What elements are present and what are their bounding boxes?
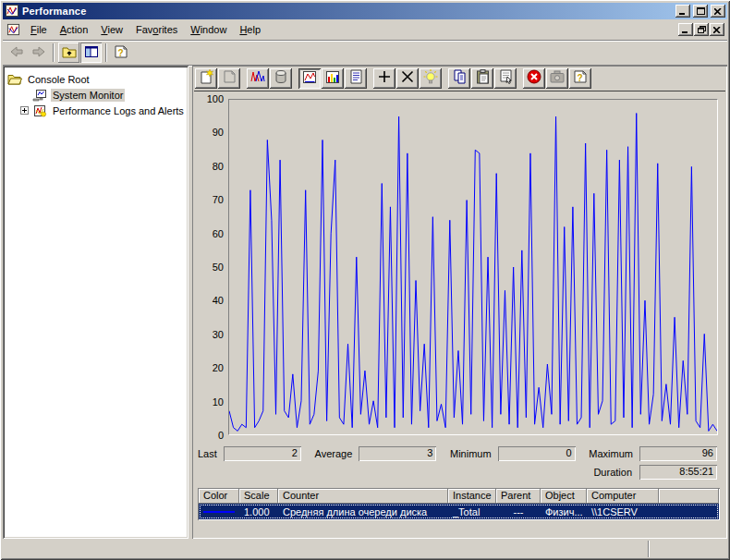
console-tree: Console RootSystem MonitorPerformance Lo… (3, 66, 189, 539)
legend-column-object[interactable]: Object (541, 489, 587, 504)
y-axis-tick: 40 (194, 295, 224, 306)
freeze-display-icon (527, 69, 541, 87)
perfmon-app-icon (5, 4, 19, 19)
tree-item-system-monitor[interactable]: System Monitor (7, 87, 187, 103)
system-monitor-toolbar: ? (194, 67, 725, 91)
menu-favorites[interactable]: Favorites (129, 21, 184, 38)
expand-icon[interactable] (20, 106, 29, 115)
performance-logs-icon (32, 104, 47, 117)
help-icon: ? (115, 44, 128, 62)
legend-column-counter[interactable]: Counter (278, 489, 448, 504)
child-restore-button[interactable] (694, 23, 709, 36)
add-counter-button[interactable] (373, 68, 395, 89)
menu-file[interactable]: File (24, 21, 54, 38)
y-axis-tick: 70 (194, 194, 224, 205)
child-close-button[interactable] (710, 23, 724, 36)
view-report-icon (349, 69, 363, 87)
menu-view[interactable]: View (94, 21, 129, 38)
status-pane-left (3, 541, 648, 557)
up-one-level-icon (62, 45, 77, 61)
minimum-label: Minimum (450, 448, 492, 459)
copy-properties-icon (453, 69, 467, 87)
help-icon: ? (574, 69, 588, 87)
tree-item-console-root[interactable]: Console Root (7, 71, 187, 87)
legend-cell-object: Физич... (541, 506, 587, 517)
legend-row[interactable]: 1.000Средняя длина очереди диска_Total--… (199, 504, 719, 519)
toolbar-separator (105, 43, 107, 62)
delete-counter-button[interactable] (396, 68, 419, 89)
menu-help[interactable]: Help (233, 21, 267, 38)
counter-line (229, 114, 717, 432)
help-button[interactable]: ? (569, 68, 591, 89)
new-counter-set-icon (200, 69, 213, 87)
help-button[interactable]: ? (111, 43, 132, 63)
performance-window: Performance FileActionViewFavoritesWindo… (0, 0, 730, 560)
update-data-icon (550, 70, 565, 86)
y-axis-tick: 20 (194, 362, 224, 373)
window-title: Performance (22, 6, 673, 17)
legend-column-computer[interactable]: Computer (587, 489, 659, 504)
main-area: Console RootSystem MonitorPerformance Lo… (3, 66, 727, 539)
properties-button[interactable] (494, 68, 517, 89)
maximum-value: 96 (639, 446, 717, 461)
minimize-button[interactable] (675, 5, 690, 18)
close-button[interactable] (711, 5, 725, 18)
highlight-icon (423, 69, 438, 87)
view-graph-button[interactable] (298, 68, 321, 89)
up-one-level-button[interactable] (58, 43, 79, 63)
menu-window[interactable]: Window (184, 21, 233, 38)
minimum-value: 0 (498, 446, 576, 461)
console-window-icon[interactable] (6, 23, 20, 36)
y-axis-tick: 50 (194, 262, 224, 273)
maximize-button[interactable] (693, 5, 708, 18)
view-report-button[interactable] (345, 68, 367, 89)
view-histogram-button[interactable] (322, 68, 344, 89)
view-current-activity-icon (250, 69, 265, 87)
show-hide-console-tree-icon (84, 45, 99, 61)
value-bar: Last 2 Average 3 Minimum 0 Maximum 96 (198, 446, 717, 461)
status-bar (3, 541, 727, 557)
legend-header: ColorScaleCounterInstanceParentObjectCom… (199, 489, 719, 504)
properties-icon (499, 69, 513, 87)
show-hide-console-tree-button[interactable] (80, 43, 102, 63)
tree-item-performance-logs-and-alerts[interactable]: Performance Logs and Alerts (7, 103, 187, 118)
view-log-data-button[interactable] (270, 68, 292, 89)
tree-item-label: Console Root (26, 73, 91, 86)
legend-column-scale[interactable]: Scale (239, 489, 278, 504)
legend-column-parent[interactable]: Parent (496, 489, 541, 504)
delete-counter-icon (401, 70, 414, 86)
copy-properties-button[interactable] (448, 68, 470, 89)
back-button[interactable] (6, 43, 27, 63)
y-axis-tick: 80 (194, 161, 224, 172)
duration-bar: Duration 8:55:21 (194, 465, 717, 480)
child-minimize-button[interactable] (678, 23, 693, 36)
legend-column-color[interactable]: Color (199, 489, 239, 504)
clear-display-button[interactable] (218, 68, 240, 89)
toolbar-separator (53, 43, 55, 62)
duration-value: 8:55:21 (639, 465, 717, 480)
svg-text:?: ? (118, 47, 124, 57)
system-monitor-pane: ? 1009080706050403020100 Last 2 Average … (192, 66, 727, 539)
forward-button[interactable] (28, 43, 49, 63)
paste-counter-list-icon (476, 69, 490, 87)
freeze-display-button[interactable] (523, 68, 545, 89)
view-log-data-icon (274, 69, 288, 87)
paste-counter-list-button[interactable] (471, 68, 493, 89)
duration-label: Duration (593, 467, 632, 478)
last-value: 2 (224, 446, 301, 461)
counter-color-swatch (199, 511, 239, 513)
legend-column-instance[interactable]: Instance (448, 489, 496, 504)
update-data-button[interactable] (546, 68, 568, 89)
y-axis-tick: 0 (194, 430, 224, 441)
legend-cell-computer: \\1CSERV (587, 506, 659, 517)
highlight-button[interactable] (420, 68, 442, 89)
new-counter-set-button[interactable] (195, 68, 217, 89)
view-graph-icon (302, 70, 317, 87)
status-pane-right (650, 541, 727, 557)
menu-action[interactable]: Action (54, 21, 95, 38)
legend-cell-counter: Средняя длина очереди диска (278, 506, 448, 517)
legend-column-filler[interactable] (659, 489, 719, 504)
folder-open-icon (7, 73, 22, 86)
system-monitor-icon (32, 89, 47, 102)
view-current-activity-button[interactable] (247, 68, 269, 89)
